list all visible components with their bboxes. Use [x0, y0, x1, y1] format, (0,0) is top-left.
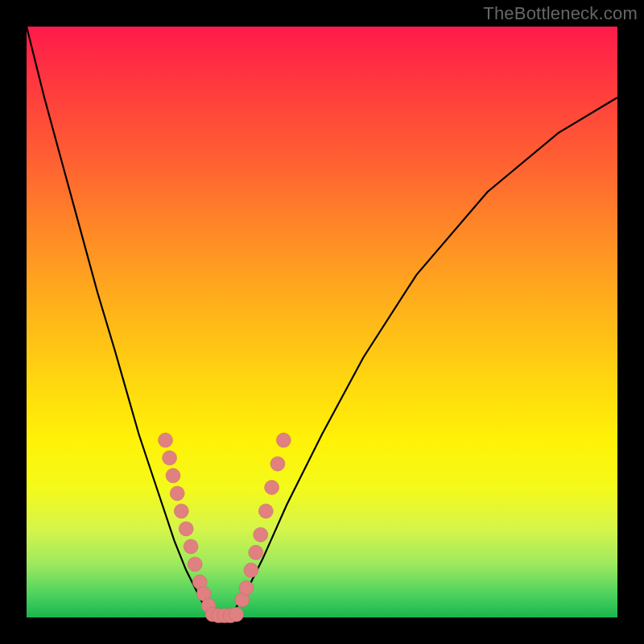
- data-point: [163, 451, 177, 465]
- data-point: [184, 539, 198, 554]
- data-point: [276, 433, 291, 448]
- data-point: [254, 527, 268, 542]
- bottleneck-curve: [27, 27, 617, 617]
- data-point: [170, 486, 184, 501]
- data-point: [265, 481, 279, 495]
- data-point: [258, 504, 273, 518]
- data-point: [229, 607, 244, 621]
- data-point: [174, 504, 188, 518]
- data-point: [188, 557, 202, 572]
- chart-frame: TheBottleneck.com: [0, 0, 644, 644]
- data-point: [159, 433, 173, 448]
- data-point: [270, 456, 285, 471]
- data-point: [249, 545, 263, 559]
- plot-area: [27, 27, 617, 617]
- watermark-text: TheBottleneck.com: [483, 3, 638, 24]
- data-point: [166, 469, 180, 483]
- scatter-points: [159, 433, 291, 623]
- data-point: [179, 522, 193, 536]
- data-point: [239, 580, 254, 595]
- data-point: [244, 563, 258, 577]
- chart-svg: [27, 27, 617, 617]
